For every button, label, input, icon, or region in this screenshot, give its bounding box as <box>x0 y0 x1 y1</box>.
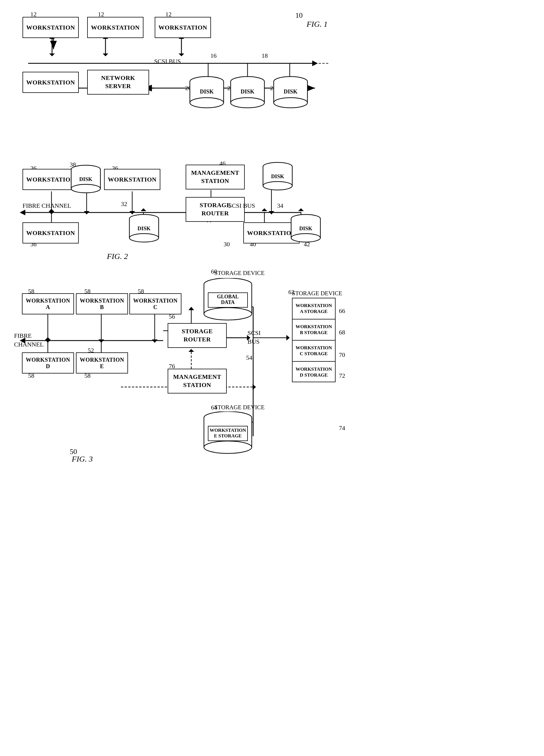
svg-marker-54 <box>298 208 304 211</box>
fig3-ref54: 54 <box>246 354 252 361</box>
fig3-storage-device-bot-label: STORAGE DEVICE <box>214 404 265 411</box>
svg-text:DATA: DATA <box>221 299 235 305</box>
fig3-management-station: MANAGEMENTSTATION <box>168 369 227 393</box>
fig1-ref16: 16 <box>211 52 217 59</box>
fig1-disk3: DISK <box>272 76 309 113</box>
fig1-network-server: NETWORKSERVER <box>87 70 149 95</box>
fig3-ref68: 68 <box>339 329 345 336</box>
fig1-scsi-bus-label: SCSI BUS <box>154 58 181 65</box>
fig2-scsi-bus-label: SCSI BUS <box>229 202 255 209</box>
svg-marker-14 <box>49 53 55 56</box>
svg-text:DISK: DISK <box>241 88 255 95</box>
svg-point-97 <box>231 98 265 108</box>
fig3-workstation-d: WORKSTATIOND <box>22 352 74 373</box>
svg-point-127 <box>291 234 320 242</box>
fig3-fibre-channel-label: FIBRECHANNEL <box>14 332 44 349</box>
svg-marker-65 <box>45 337 51 340</box>
fig2-disk38a: DISK <box>70 165 102 197</box>
svg-text:DISK: DISK <box>271 173 284 179</box>
fig3-storage-router: STORAGEROUTER <box>168 323 227 348</box>
fig2-management-station: MANAGEMENTSTATION <box>186 165 245 189</box>
svg-point-115 <box>263 182 292 190</box>
svg-text:WORKSTATION: WORKSTATION <box>210 428 246 433</box>
svg-point-109 <box>71 184 100 193</box>
svg-marker-76 <box>286 335 290 341</box>
fig3-ref72: 72 <box>339 372 345 379</box>
svg-text:DISK: DISK <box>79 176 93 182</box>
page: 10 FIG. 1 12 WORKSTATION 12 WORKSTATION … <box>0 0 544 756</box>
svg-point-91 <box>190 98 224 108</box>
fig3-workstation-a: WORKSTATIONA <box>22 293 74 314</box>
svg-text:E STORAGE: E STORAGE <box>214 433 242 439</box>
diagram-svg <box>0 0 544 756</box>
svg-marker-51 <box>262 208 267 211</box>
svg-point-133 <box>204 308 252 320</box>
svg-marker-43 <box>84 211 90 214</box>
svg-text:DISK: DISK <box>200 88 214 95</box>
svg-marker-63 <box>152 339 158 343</box>
fig1-workstation-2: WORKSTATION <box>87 17 144 38</box>
fig2-ref34: 34 <box>277 202 283 209</box>
fig3-ws-e-storage-disk: WORKSTATION E STORAGE <box>203 411 253 458</box>
fig3-workstation-b: WORKSTATIONB <box>76 293 128 314</box>
svg-point-121 <box>129 234 159 242</box>
svg-point-141 <box>204 441 252 453</box>
svg-marker-20 <box>179 53 184 56</box>
svg-point-103 <box>274 98 307 108</box>
svg-marker-82 <box>189 349 194 352</box>
svg-marker-17 <box>103 53 108 56</box>
fig2-title: FIG. 2 <box>107 252 128 261</box>
fig3-storage-device-top-label: STORAGE DEVICE <box>214 270 265 277</box>
fig3-workstation-e: WORKSTATIONE <box>76 352 128 373</box>
svg-marker-22 <box>312 61 318 66</box>
svg-text:DISK: DISK <box>299 225 312 231</box>
fig3-storage-device-right-label: STORAGE DEVICE <box>292 290 342 297</box>
fig2-disk38b: DISK <box>128 214 160 246</box>
fig2-disk42b: DISK <box>290 214 322 246</box>
svg-marker-61 <box>99 339 104 343</box>
fig3-ref70: 70 <box>339 351 345 359</box>
svg-marker-45 <box>141 208 146 211</box>
fig3-ref74: 74 <box>339 424 345 432</box>
fig1-ref10: 10 <box>295 11 303 20</box>
fig2-ref30: 30 <box>224 241 230 248</box>
fig1-ref18: 18 <box>262 52 268 59</box>
svg-text:DISK: DISK <box>138 225 151 231</box>
fig1-disk1: DISK <box>189 76 225 113</box>
fig1-workstation-3: WORKSTATION <box>155 17 211 38</box>
fig3-ref66: 66 <box>339 307 345 315</box>
fig3-workstation-c: WORKSTATIONC <box>129 293 182 314</box>
fig2-ref32: 32 <box>121 200 127 208</box>
fig2-disk42a: DISK <box>262 162 294 194</box>
fig1-title: FIG. 1 <box>306 20 328 29</box>
fig1-disk2: DISK <box>229 76 266 113</box>
svg-marker-84 <box>253 384 256 390</box>
fig3-global-data-disk: GLOBAL DATA <box>203 278 253 325</box>
svg-marker-49 <box>269 211 274 214</box>
svg-marker-35 <box>49 211 54 214</box>
fig2-workstation-36c: WORKSTATION <box>23 222 79 243</box>
svg-text:DISK: DISK <box>284 88 297 95</box>
fig1-workstation-1: WORKSTATION <box>23 17 79 38</box>
svg-marker-71 <box>189 307 194 310</box>
fig2-workstation-36b: WORKSTATION <box>104 169 160 190</box>
fig3-scsi-bus-label: SCSIBUS <box>248 329 261 346</box>
svg-marker-31 <box>20 210 25 215</box>
svg-text:GLOBAL: GLOBAL <box>217 294 239 299</box>
fig3-storage-device-right: WORKSTATIONA STORAGE WORKSTATIONB STORAG… <box>292 298 335 382</box>
fig2-storage-router: STORAGEROUTER <box>186 197 245 222</box>
fig2-fibre-channel-label: FIBRE CHANNEL <box>23 202 71 209</box>
svg-marker-59 <box>45 339 51 343</box>
fig1-workstation-4: WORKSTATION <box>23 72 79 93</box>
fig3-ref50: 50 <box>70 448 77 456</box>
